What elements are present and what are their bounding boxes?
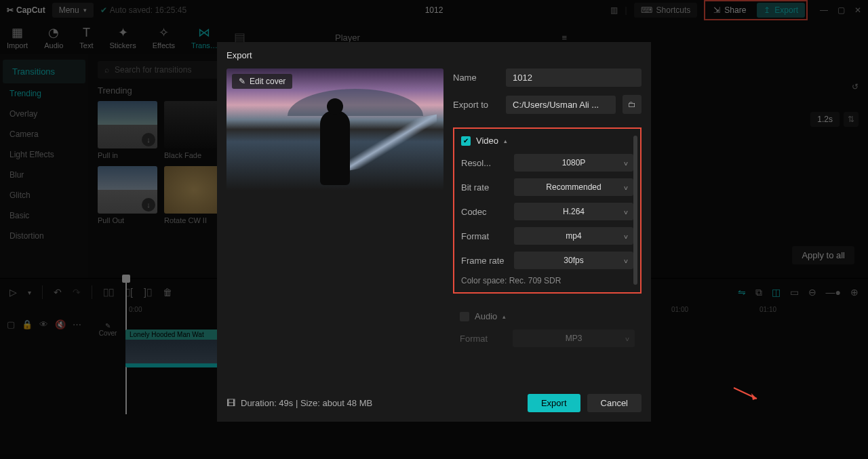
format-row: Format mp4 <box>461 227 633 245</box>
pencil-icon: ✎ <box>239 77 245 86</box>
edit-cover-label: Edit cover <box>250 77 285 86</box>
folder-icon: 🗀 <box>628 100 636 109</box>
audio-format-label: Format <box>460 334 506 344</box>
audio-head-label: Audio <box>475 311 497 321</box>
video-head[interactable]: ✔ Video ▴ <box>461 136 633 146</box>
colorspace-text: Color space: Rec. 709 SDR <box>461 276 633 285</box>
resolution-row: Resol... 1080P <box>461 154 633 172</box>
name-input[interactable] <box>506 68 642 87</box>
resolution-dropdown[interactable]: 1080P <box>514 154 633 172</box>
bitrate-row: Bit rate Recommended <box>461 178 633 196</box>
bitrate-dropdown[interactable]: Recommended <box>514 178 633 196</box>
resolution-label: Resol... <box>461 158 507 168</box>
name-label: Name <box>453 73 499 83</box>
format-label: Format <box>461 231 507 241</box>
scrollbar[interactable] <box>633 136 637 285</box>
framerate-label: Frame rate <box>461 256 507 266</box>
codec-dropdown[interactable]: H.264 <box>514 203 633 220</box>
dialog-footer: 🎞 Duration: 49s | Size: about 48 MB Expo… <box>217 384 651 422</box>
dialog-preview: ✎ Edit cover <box>226 68 443 384</box>
cover-preview: ✎ Edit cover <box>226 68 443 191</box>
codec-label: Codec <box>461 207 507 217</box>
audio-section: Audio ▴ Format MP3 <box>453 304 642 354</box>
video-section: ✔ Video ▴ Resol... 1080P Bit rate Recomm… <box>453 127 642 294</box>
video-head-label: Video <box>476 136 498 146</box>
exportto-path: C:/Users/Usman Ali ... <box>506 96 616 114</box>
exportto-label: Export to <box>453 100 499 110</box>
name-row: Name <box>453 68 642 87</box>
audio-checkbox[interactable] <box>460 312 469 321</box>
annotation-arrow <box>732 386 762 403</box>
bitrate-label: Bit rate <box>461 182 507 193</box>
footer-info-text: Duration: 49s | Size: about 48 MB <box>241 398 372 408</box>
export-dialog: Export ✎ Edit cover Name Export to C:/Us… <box>217 42 651 422</box>
exportto-row: Export to C:/Users/Usman Ali ... 🗀 <box>453 95 642 114</box>
chevron-up-icon: ▴ <box>504 138 507 144</box>
video-checkbox[interactable]: ✔ <box>461 136 471 146</box>
framerate-row: Frame rate 30fps <box>461 252 633 269</box>
codec-row: Codec H.264 <box>461 203 633 220</box>
footer-info: 🎞 Duration: 49s | Size: about 48 MB <box>226 398 372 408</box>
format-dropdown[interactable]: mp4 <box>514 227 633 245</box>
dialog-body: ✎ Edit cover Name Export to C:/Users/Usm… <box>217 68 651 384</box>
dialog-export-button[interactable]: Export <box>528 394 580 412</box>
dialog-form: Name Export to C:/Users/Usman Ali ... 🗀 … <box>453 68 642 384</box>
framerate-dropdown[interactable]: 30fps <box>514 252 633 269</box>
audio-format-dropdown: MP3 <box>513 330 635 347</box>
dialog-cancel-button[interactable]: Cancel <box>587 394 642 412</box>
chevron-up-icon: ▴ <box>502 313 506 320</box>
edit-cover-button[interactable]: ✎ Edit cover <box>232 74 292 89</box>
browse-folder-button[interactable]: 🗀 <box>623 95 642 114</box>
dialog-title: Export <box>217 42 651 68</box>
film-icon: 🎞 <box>226 398 235 408</box>
audio-format-row: Format MP3 <box>460 330 635 347</box>
audio-head[interactable]: Audio ▴ <box>460 311 635 321</box>
